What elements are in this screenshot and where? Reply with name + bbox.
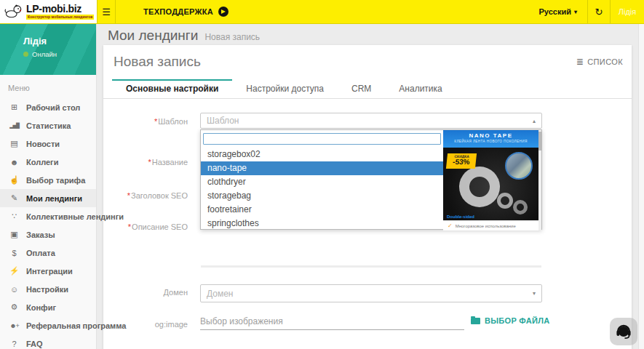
template-select-placeholder: Шаблон — [207, 116, 533, 126]
domain-select[interactable]: Домен ▾ — [200, 284, 542, 302]
sidebar-item-my-landings[interactable]: ✎Мои лендинги — [0, 189, 96, 207]
seo-description-field-label: *Описание SEO — [109, 222, 188, 231]
sidebar-item-payment[interactable]: $Оплата — [0, 244, 96, 262]
chevron-up-icon: ▴ — [533, 118, 536, 124]
required-asterisk: * — [127, 191, 130, 200]
section-divider — [201, 265, 541, 268]
sidebar-item-statistics[interactable]: ▂▅█Статистика — [0, 116, 96, 135]
sidebar-item-orders[interactable]: ▣Заказы — [0, 225, 96, 244]
topbar-spacer — [245, 0, 528, 23]
preview-feature-text: Многоразовое использование — [456, 224, 516, 228]
language-label: Русский — [539, 7, 571, 16]
brand-logo[interactable]: LP-mobi.biz Конструктор мобильных лендин… — [0, 0, 97, 23]
template-select[interactable]: Шаблон ▴ — [200, 113, 542, 129]
sidebar-item-dashboard[interactable]: ⊞Рабочий стол — [0, 98, 96, 116]
language-dropdown[interactable]: Русский ▾ — [529, 0, 587, 23]
sidebar-item-label: Оплата — [26, 249, 55, 257]
required-asterisk: * — [154, 117, 157, 126]
sidebar-item-referral[interactable]: ☻+Реферальная программа — [0, 316, 96, 334]
sidebar-item-integrations[interactable]: ⚡Интеграции — [0, 262, 96, 280]
choose-file-button[interactable]: ВЫБОР ФАЙЛА — [471, 316, 550, 325]
breadcrumb: Мои лендинги Новая запись — [108, 28, 260, 44]
stats-icon: ▂▅█ — [9, 123, 20, 129]
check-icon: ✓ — [448, 222, 453, 229]
refresh-icon[interactable]: ↻ — [588, 0, 610, 23]
tape-strip-graphic — [497, 193, 513, 209]
folder-icon — [471, 318, 480, 324]
preview-product-area: СКИДКА -53% Double-sided — [443, 148, 538, 220]
dropdown-option[interactable]: springclothes — [201, 217, 445, 230]
sidebar-item-label: FAQ — [26, 340, 43, 348]
tab-crm[interactable]: CRM — [338, 80, 385, 98]
dropdown-option[interactable]: clothdryer — [201, 175, 445, 189]
sidebar-item-label: Интеграции — [26, 267, 73, 276]
sidebar-item-config[interactable]: ⚙Конфиг — [0, 298, 96, 316]
sidebar-item-label: Статистика — [26, 121, 71, 130]
sidebar-item-label: Настройки — [26, 285, 68, 294]
sidebar-user-name: Лідія — [23, 36, 90, 47]
user-menu[interactable]: Лідія — [611, 0, 644, 23]
preview-header: NANO TAPE КЛЕЙКАЯ ЛЕНТА НОВОГО ПОКОЛЕНИЯ — [443, 130, 538, 148]
template-field-label: *Шаблон — [109, 117, 188, 126]
preview-product-title: NANO TAPE — [443, 132, 538, 139]
card-title: Новая запись — [114, 54, 201, 70]
sidebar-item-label: Выбор тарифа — [26, 176, 85, 185]
support-chat-button[interactable] — [610, 318, 637, 345]
preview-scrollbar-thumb[interactable] — [538, 132, 541, 151]
sidebar-item-tariff[interactable]: ☝Выбор тарифа — [0, 171, 96, 189]
sidebar-item-label: Заказы — [26, 230, 55, 239]
sidebar-user-status: Онлайн — [23, 50, 90, 58]
referral-icon: ☻+ — [9, 322, 20, 329]
support-button[interactable]: ТЕХПОДДЕРЖКА — [116, 0, 245, 23]
preview-caption: Double-sided — [447, 214, 474, 219]
collective-landings-icon: ∵ — [9, 212, 20, 221]
topbar: LP-mobi.biz Конструктор мобильных лендин… — [0, 0, 644, 24]
sidebar-item-collective-landings[interactable]: ∵Коллективные лендинги — [0, 207, 96, 225]
tape-strip-graphic — [513, 200, 528, 214]
sidebar-item-news[interactable]: ▤Новости — [0, 135, 96, 153]
brand-tagline: Конструктор мобильных лендингов — [26, 15, 94, 20]
sidebar-item-label: Новости — [26, 140, 60, 148]
tab-analytics[interactable]: Аналитика — [385, 80, 456, 98]
dropdown-option-highlighted[interactable]: nano-tape — [201, 161, 445, 175]
faq-icon: ? — [9, 340, 20, 348]
preview-inset-photo — [505, 152, 533, 180]
sidebar-item-faq[interactable]: ?FAQ — [0, 334, 96, 349]
discount-badge: СКИДКА -53% — [446, 153, 477, 169]
discount-badge-value: -53% — [446, 159, 476, 166]
list-button[interactable]: ≣ СПИСОК — [576, 57, 623, 67]
tab-access-settings[interactable]: Настройки доступа — [232, 80, 338, 98]
sidebar-item-label: Рабочий стол — [26, 103, 80, 112]
sidebar-item-settings[interactable]: ☺Настройки — [0, 280, 96, 298]
brand-name: LP-mobi.biz — [26, 4, 94, 15]
preview-feature-row: ✓ Многоразовое использование — [443, 220, 538, 230]
dropdown-option-list: storagebox02 nano-tape clothdryer storag… — [201, 148, 445, 230]
required-asterisk: * — [148, 158, 151, 167]
dropdown-search-input[interactable] — [203, 133, 441, 145]
my-landings-icon: ✎ — [9, 193, 20, 203]
required-asterisk: * — [128, 222, 131, 231]
orders-cart-icon: ▣ — [9, 230, 20, 239]
sidebar: Лідія Онлайн Меню ⊞Рабочий стол ▂▅█Стати… — [0, 24, 97, 349]
sidebar-item-label: Конфиг — [26, 303, 56, 312]
dropdown-option[interactable]: storagebox02 — [201, 148, 445, 161]
page-subtitle: Новая запись — [204, 32, 260, 42]
sidebar-item-label: Коллеги — [26, 158, 58, 167]
template-preview: NANO TAPE КЛЕЙКАЯ ЛЕНТА НОВОГО ПОКОЛЕНИЯ… — [443, 130, 541, 230]
settings-icon: ☺ — [9, 285, 20, 294]
integrations-icon: ⚡ — [9, 266, 20, 276]
domain-field-label: Домен — [109, 288, 188, 297]
sidebar-item-colleagues[interactable]: ☻Коллеги — [0, 153, 96, 171]
page-scrollbar[interactable] — [638, 24, 644, 349]
dropdown-option[interactable]: storagebag — [201, 189, 445, 203]
support-label: ТЕХПОДДЕРЖКА — [143, 7, 213, 16]
sidebar-item-label: Реферальная программа — [26, 321, 126, 330]
tab-main-settings[interactable]: Основные настройки — [112, 80, 232, 98]
sidebar-menu-label: Меню — [0, 75, 96, 98]
chevron-down-icon: ▾ — [533, 290, 536, 297]
dropdown-option[interactable]: footretainer — [201, 203, 445, 217]
og-image-input[interactable] — [200, 313, 464, 330]
hamburger-menu-icon[interactable]: ☰ — [98, 0, 115, 23]
list-button-label: СПИСОК — [587, 57, 623, 66]
dashboard-icon: ⊞ — [9, 103, 20, 112]
